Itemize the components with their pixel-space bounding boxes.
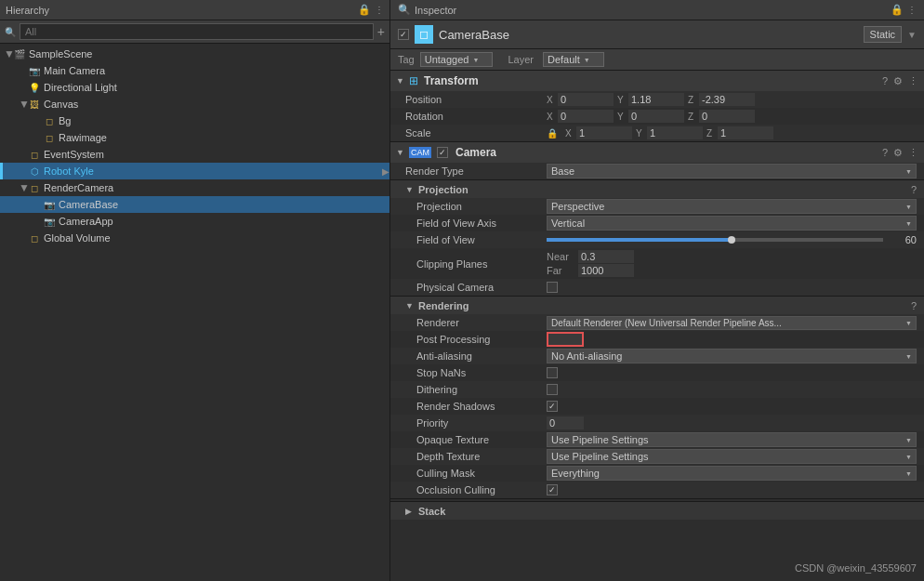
projection-question-icon[interactable]: ? — [911, 184, 917, 195]
position-xyz: X Y Z — [547, 93, 917, 106]
render-type-dropdown[interactable]: Base — [547, 164, 917, 178]
hierarchy-item-canvas[interactable]: ▼ 🖼 Canvas — [0, 96, 389, 112]
anti-aliasing-dropdown[interactable]: No Anti-aliasing — [547, 349, 917, 363]
position-y-input[interactable] — [628, 93, 684, 106]
transform-section: ▼ ⊞ Transform ? ⚙ ⋮ Position X — [390, 71, 924, 142]
hierarchy-item-rawimage[interactable]: ▶ ◻ Rawimage — [0, 129, 389, 146]
dithering-row: Dithering — [390, 381, 924, 398]
far-row: Far — [547, 264, 917, 277]
expand-arrow: ▼ — [4, 47, 13, 60]
expand-arrow-rc: ▼ — [19, 181, 28, 194]
hierarchy-content: ▼ 🎬 SampleScene ▶ 📷 Main Camera ▶ 💡 Dire… — [0, 44, 389, 581]
layer-dropdown[interactable]: Default — [543, 52, 604, 67]
depth-texture-dropdown[interactable]: Use Pipeline Settings — [547, 449, 917, 464]
camera-comp-title: Camera — [455, 146, 878, 159]
fov-row: Field of View 60 — [390, 231, 924, 248]
add-icon[interactable]: + — [377, 24, 385, 39]
inspector-header: 🔍 Inspector 🔒 ⋮ — [390, 0, 924, 20]
scale-y-input[interactable] — [647, 126, 703, 139]
hierarchy-item-maincamera[interactable]: ▶ 📷 Main Camera — [0, 62, 389, 79]
obj-icon-rc: ◻ — [28, 181, 41, 194]
rendering-question-icon[interactable]: ? — [911, 300, 917, 311]
render-shadows-checkbox[interactable] — [547, 401, 558, 412]
projection-title: Projection — [418, 184, 907, 195]
transform-header[interactable]: ▼ ⊞ Transform ? ⚙ ⋮ — [390, 71, 924, 91]
post-processing-label: Post Processing — [398, 334, 547, 345]
opaque-texture-dropdown[interactable]: Use Pipeline Settings — [547, 432, 917, 447]
position-x-input[interactable] — [558, 93, 614, 106]
camera-enabled-checkbox[interactable] — [437, 147, 448, 158]
near-input[interactable] — [578, 250, 634, 263]
far-input[interactable] — [578, 264, 634, 277]
hierarchy-item-robotkyle[interactable]: ▶ ⬡ Robot Kyle ▶ — [0, 163, 389, 179]
physical-camera-checkbox[interactable] — [547, 282, 558, 293]
scale-lock-icon[interactable]: 🔒 — [547, 128, 558, 139]
hierarchy-menu-icon[interactable]: ⋮ — [375, 5, 384, 15]
scale-y-label: Y — [636, 128, 645, 139]
culling-mask-dropdown[interactable]: Everything — [547, 466, 917, 481]
hierarchy-item-cameraapp[interactable]: ▶ 📷 CameraApp — [0, 213, 389, 230]
priority-input[interactable]: 0 — [547, 416, 584, 429]
depth-texture-row: Depth Texture Use Pipeline Settings — [390, 448, 924, 465]
transform-expand-icon: ▼ — [396, 76, 405, 86]
inspector-lock-icon[interactable]: 🔒 — [891, 4, 904, 16]
static-dropdown-arrow[interactable]: ▼ — [907, 30, 917, 40]
physical-camera-row: Physical Camera — [390, 279, 924, 296]
hierarchy-item-camerabase[interactable]: ▶ 📷 CameraBase — [0, 196, 389, 213]
camera-overflow-icon[interactable]: ⋮ — [908, 147, 918, 159]
far-label: Far — [547, 265, 574, 276]
fov-slider[interactable] — [547, 238, 883, 242]
scale-label: Scale — [398, 127, 547, 139]
search-input[interactable] — [20, 23, 374, 40]
camera-question-icon[interactable]: ? — [882, 147, 888, 158]
position-z-input[interactable] — [699, 93, 755, 106]
rotation-z-input[interactable] — [699, 110, 755, 123]
projection-header[interactable]: ▼ Projection ? — [390, 179, 924, 198]
fov-value: 60 — [889, 234, 917, 245]
hierarchy-item-rendercamera[interactable]: ▼ ◻ RenderCamera — [0, 179, 389, 196]
stack-title: Stack — [418, 506, 917, 517]
occlusion-culling-checkbox[interactable] — [547, 484, 558, 495]
rotation-row: Rotation X Y Z — [390, 108, 924, 125]
hierarchy-lock-icon[interactable]: 🔒 — [358, 4, 371, 16]
obj-icon-bg: ◻ — [43, 114, 56, 127]
transform-settings-icon[interactable]: ⚙ — [893, 75, 903, 87]
hierarchy-item-dirlight[interactable]: ▶ 💡 Directional Light — [0, 79, 389, 96]
camera-settings-icon[interactable]: ⚙ — [893, 147, 903, 159]
fov-axis-dropdown[interactable]: Vertical — [547, 216, 917, 231]
robot-expand-arrow: ▶ — [382, 166, 389, 177]
renderer-dropdown[interactable]: Default Renderer (New Universal Render P… — [547, 316, 917, 330]
position-label: Position — [398, 94, 547, 105]
static-button[interactable]: Static — [864, 26, 903, 43]
canvas-icon: 🖼 — [28, 98, 41, 111]
stack-header[interactable]: ▶ Stack — [390, 501, 924, 520]
renderer-label: Renderer — [398, 317, 547, 328]
projection-dropdown[interactable]: Perspective — [547, 199, 917, 214]
scale-x-input[interactable] — [576, 126, 632, 139]
rotation-x-input[interactable] — [558, 110, 614, 123]
hierarchy-item-bg[interactable]: ▶ ◻ Bg — [0, 112, 389, 129]
fov-label: Field of View — [398, 234, 547, 245]
transform-question-icon[interactable]: ? — [882, 75, 888, 86]
tag-dropdown[interactable]: Untagged — [420, 52, 494, 67]
watermark: CSDN @weixin_43559607 — [795, 562, 917, 574]
rotation-y-input[interactable] — [628, 110, 684, 123]
object-enabled-checkbox[interactable] — [398, 29, 409, 40]
rendering-header[interactable]: ▼ Rendering ? — [390, 296, 924, 314]
transform-overflow-icon[interactable]: ⋮ — [908, 75, 918, 87]
post-processing-checkbox[interactable] — [547, 332, 584, 347]
scene-item-wrapper: ▼ 🎬 SampleScene — [0, 46, 389, 62]
inspector-menu-icon[interactable]: ⋮ — [907, 5, 917, 15]
hierarchy-label-rc: RenderCamera — [44, 182, 113, 193]
scale-z-input[interactable] — [718, 126, 773, 139]
hierarchy-item-samplescene[interactable]: ▼ 🎬 SampleScene — [0, 46, 389, 62]
camera-comp-header[interactable]: ▼ CAM Camera ? ⚙ ⋮ — [390, 142, 924, 163]
hierarchy-item-globalvolume[interactable]: ▶ ◻ Global Volume — [0, 230, 389, 246]
obj-icon-rawimage: ◻ — [43, 131, 56, 144]
stop-nans-checkbox[interactable] — [547, 367, 558, 378]
dithering-checkbox[interactable] — [547, 384, 558, 395]
occlusion-culling-label: Occlusion Culling — [398, 484, 547, 495]
clipping-label: Clipping Planes — [398, 258, 547, 270]
hierarchy-item-eventsystem[interactable]: ▶ ◻ EventSystem — [0, 146, 389, 163]
fov-axis-row: Field of View Axis Vertical — [390, 215, 924, 231]
